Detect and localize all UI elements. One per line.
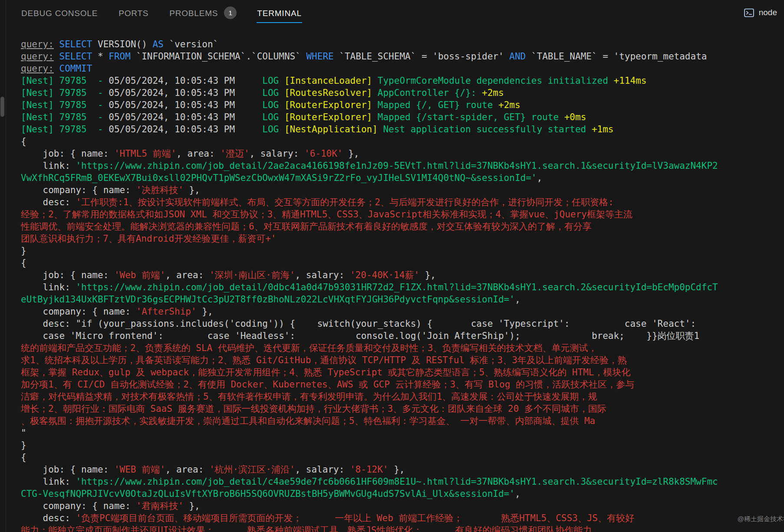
terminal-row: 求1、统招本科及以上学历，具备英语读写能力；2、熟悉 Git/GitHub，通信… [21,354,784,366]
terminal-row: } [21,245,784,257]
terminal-row: query: SELECT VERSION() AS `version` [21,38,784,50]
terminal-row: 洁癖，对代码精益求精，对技术有极客热情；5、有软件著作权申请，有专利发明申请。为… [21,391,784,403]
terminal-row: company: { name: '决胜科技' }, [21,184,784,196]
terminal-row: [Nest] 79785 - 05/05/2024, 10:05:43 PM L… [21,123,784,135]
terminal-row: 增长；2、朝阳行业：国际电商 SaaS 服务赛道，国际一线投资机构加持，行业大佬… [21,403,784,415]
terminal-row: job: { name: 'WEB 前端', area: '杭州·滨江区·浦沿'… [21,463,784,476]
tab-label: PORTS [118,2,149,23]
terminal-row: " [21,427,784,439]
terminal-row: link: 'https://www.zhipin.com/job_detail… [21,476,784,488]
terminal-row: [Nest] 79785 - 05/05/2024, 10:05:43 PM L… [21,87,784,99]
terminal-row: eUtByjkd134UxKBFTztVDr36gsECPHWJtCc3pU2T… [21,293,784,305]
tab-label: TERMINAL [257,2,302,23]
terminal-icon [744,7,754,18]
vscode-panel: DEBUG CONSOLE PORTS PROBLEMS 1 TERMINAL … [0,0,784,532]
terminal-row: company: { name: '君南科技' }, [21,500,784,512]
scrollbar-thumb[interactable] [0,97,4,117]
tab-terminal[interactable]: TERMINAL [257,2,302,23]
terminal-row: desc: "if (your_passions.includes('codin… [21,318,784,330]
terminal-row: { [21,451,784,463]
terminal-row: [Nest] 79785 - 05/05/2024, 10:05:43 PM L… [21,75,784,87]
terminal-row: { [21,257,784,269]
terminal-row: [Nest] 79785 - 05/05/2024, 10:05:43 PM L… [21,99,784,111]
terminal-row: } [21,439,784,451]
terminal-row: 、极客氛围：拥抱开源技术，实践敏捷开发，崇尚通过工具和自动化来解决问题；5、特色… [21,415,784,427]
terminal-row: [Nest] 79785 - 05/05/2024, 10:05:43 PM L… [21,111,784,123]
terminal-row: CTG-VesqfNQPRJIVcvV0OtaJzQLuIsVftXYBroB6… [21,488,784,500]
terminal-row: job: { name: 'Web 前端', area: '深圳·南山区·前海'… [21,269,784,281]
terminal-row: case 'Micro frontend': case 'Headless': … [21,330,784,342]
tab-problems[interactable]: PROBLEMS 1 [169,2,237,23]
terminal-process-selector[interactable]: node [744,0,777,25]
terminal-process-label: node [759,8,777,17]
terminal-row: 经验；2、了解常用的数据格式和如JSON XML 和交互协议；3、精通HTML5… [21,208,784,220]
terminal-row: link: 'https://www.zhipin.com/job_detail… [21,281,784,293]
tab-ports[interactable]: PORTS [118,2,149,23]
tab-debug-console[interactable]: DEBUG CONSOLE [21,2,98,23]
panel-tab-bar: DEBUG CONSOLE PORTS PROBLEMS 1 TERMINAL … [6,0,784,25]
terminal-row: 统的前端和产品交互功能；2、负责系统的 SLA 代码维护、迭代更新，保证任务质量… [21,342,784,354]
terminal-row: VwXfhRCq5FRmB_0EKEwX7Bui0xsll02PHQvT1pWS… [21,172,784,184]
terminal-row: query: COMMIT [21,62,784,75]
tab-label: DEBUG CONSOLE [21,2,98,23]
terminal-row: { [21,135,784,148]
left-gutter [0,0,6,532]
problems-count-badge: 1 [224,7,237,19]
terminal-row: desc: '负责PC端项目前台页面、移动端项目所需页面的开发； 一年以上 We… [21,512,784,524]
tab-label: PROBLEMS [169,2,218,23]
terminal-row: 加分项1、有 CI/CD 自动化测试经验；2、有使用 Docker、Kubern… [21,378,784,391]
terminal-row: 框架，掌握 Redux、gulp 及 webpack，能独立开发常用组件；4、熟… [21,366,784,378]
terminal-row: link: 'https://www.zhipin.com/job_detail… [21,160,784,172]
terminal-row: query: SELECT * FROM `INFORMATION_SCHEMA… [21,50,784,62]
terminal-row: company: { name: 'AfterShip' }, [21,305,784,318]
terminal-row: job: { name: 'HTML5 前端', area: '澄迈', sal… [21,148,784,160]
terminal-row: desc: '工作职责:1、按设计实现软件前端样式、布局、交互等方面的开发任务；… [21,196,784,208]
terminal-row: 团队意识和执行力；7、具有Android开发经验更佳，薪资可+' [21,233,784,245]
terminal-row: 能力；能独立完成页面制作并还原UI设计效果； 熟悉各种前端调试工具，熟悉JS性能… [21,524,784,532]
terminal-output[interactable]: query: SELECT VERSION() AS `version`quer… [6,25,784,532]
terminal-row: 性能调优、前端安全处理。能解决浏览器的兼容性问题；6、对互联网新产品新技术有着良… [21,220,784,233]
watermark-text: @稀土掘金技术社区 [738,515,784,523]
